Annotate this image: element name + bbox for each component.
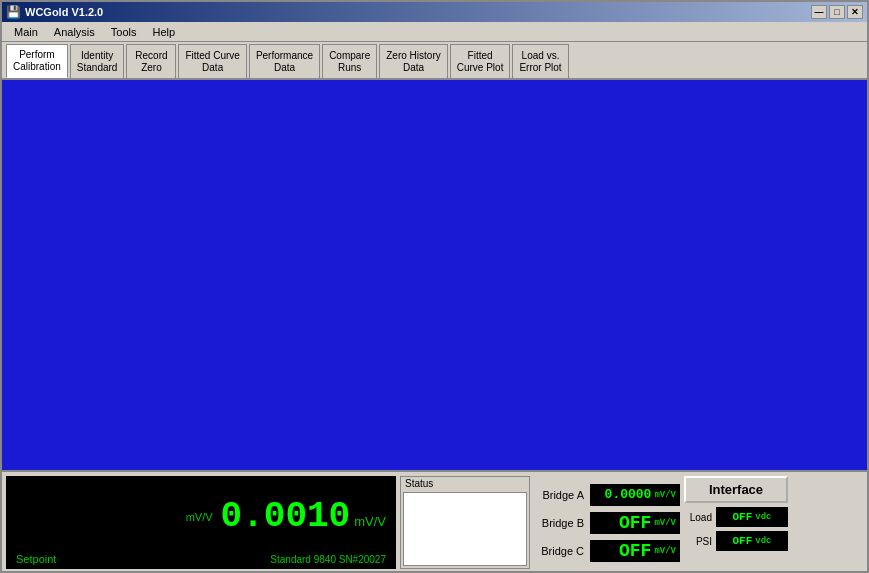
load-label: Load: [684, 512, 712, 523]
app-title: WCGold V1.2.0: [25, 6, 103, 18]
tab-fitted-curve-data[interactable]: Fitted Curve Data: [178, 44, 246, 78]
setpoint-unit-label: mV/V: [186, 511, 213, 523]
title-bar: 💾 WCGold V1.2.0 — □ ✕: [2, 2, 867, 22]
status-panel: Status: [400, 476, 530, 569]
tab-perform-calibration[interactable]: Perform Calibration: [6, 44, 68, 78]
psi-value: OFF: [732, 535, 752, 547]
tab-performance-data[interactable]: Performance Data: [249, 44, 320, 78]
bridge-panel: Bridge A 0.0000 mV/V Bridge B OFF mV/V B…: [534, 476, 680, 569]
bridge-b-row: Bridge B OFF mV/V: [534, 512, 680, 534]
display-top: mV/V 0.0010 mV/V: [16, 482, 386, 551]
status-box: [403, 492, 527, 566]
tab-compare-runs[interactable]: Compare Runs: [322, 44, 377, 78]
bridge-a-unit: mV/V: [654, 490, 676, 500]
load-display: OFF vdc: [716, 507, 788, 527]
interface-button[interactable]: Interface: [684, 476, 788, 503]
tab-fitted-curve-plot[interactable]: Fitted Curve Plot: [450, 44, 511, 78]
tab-identity-standard[interactable]: Identity Standard: [70, 44, 125, 78]
bridge-b-unit: mV/V: [654, 518, 676, 528]
menu-tools[interactable]: Tools: [103, 24, 145, 40]
main-content: [2, 80, 867, 470]
menu-main[interactable]: Main: [6, 24, 46, 40]
display-panel: mV/V 0.0010 mV/V Setpoint Standard 9840 …: [6, 476, 396, 569]
bridge-a-row: Bridge A 0.0000 mV/V: [534, 484, 680, 506]
load-row: Load OFF vdc: [684, 507, 788, 527]
psi-display: OFF vdc: [716, 531, 788, 551]
bridge-b-value: OFF: [619, 513, 651, 533]
status-label: Status: [401, 477, 529, 490]
bottom-panel: mV/V 0.0010 mV/V Setpoint Standard 9840 …: [2, 470, 867, 573]
main-value-section: 0.0010 mV/V: [221, 496, 386, 537]
load-unit: vdc: [755, 512, 771, 522]
main-value-display: 0.0010: [221, 496, 351, 537]
setpoint-label: Setpoint: [16, 553, 56, 565]
load-value: OFF: [732, 511, 752, 523]
bridge-b-label: Bridge B: [534, 517, 584, 529]
app-icon: 💾: [6, 5, 21, 19]
minimize-button[interactable]: —: [811, 5, 827, 19]
maximize-button[interactable]: □: [829, 5, 845, 19]
tab-zero-history-data[interactable]: Zero History Data: [379, 44, 447, 78]
psi-label: PSI: [684, 536, 712, 547]
bridge-c-display: OFF mV/V: [590, 540, 680, 562]
bridge-c-label: Bridge C: [534, 545, 584, 557]
interface-panel: Interface Load OFF vdc PSI OFF vdc: [684, 476, 788, 569]
standard-text: Standard 9840 SN#20027: [270, 554, 386, 565]
bridge-a-label: Bridge A: [534, 489, 584, 501]
bridge-a-value: 0.0000: [605, 487, 652, 502]
close-button[interactable]: ✕: [847, 5, 863, 19]
title-bar-controls[interactable]: — □ ✕: [811, 5, 863, 19]
toolbar: Perform Calibration Identity Standard Re…: [2, 42, 867, 80]
psi-row: PSI OFF vdc: [684, 531, 788, 551]
tab-record-zero[interactable]: Record Zero: [126, 44, 176, 78]
psi-unit: vdc: [755, 536, 771, 546]
bridge-c-row: Bridge C OFF mV/V: [534, 540, 680, 562]
tab-load-vs-error-plot[interactable]: Load vs. Error Plot: [512, 44, 568, 78]
display-bottom: Setpoint Standard 9840 SN#20027: [16, 553, 386, 565]
main-unit-label: mV/V: [354, 514, 386, 529]
menu-analysis[interactable]: Analysis: [46, 24, 103, 40]
menu-bar: Main Analysis Tools Help: [2, 22, 867, 42]
bridge-c-value: OFF: [619, 541, 651, 561]
bridge-b-display: OFF mV/V: [590, 512, 680, 534]
title-bar-left: 💾 WCGold V1.2.0: [6, 5, 103, 19]
bridge-a-display: 0.0000 mV/V: [590, 484, 680, 506]
menu-help[interactable]: Help: [145, 24, 184, 40]
bridge-c-unit: mV/V: [654, 546, 676, 556]
